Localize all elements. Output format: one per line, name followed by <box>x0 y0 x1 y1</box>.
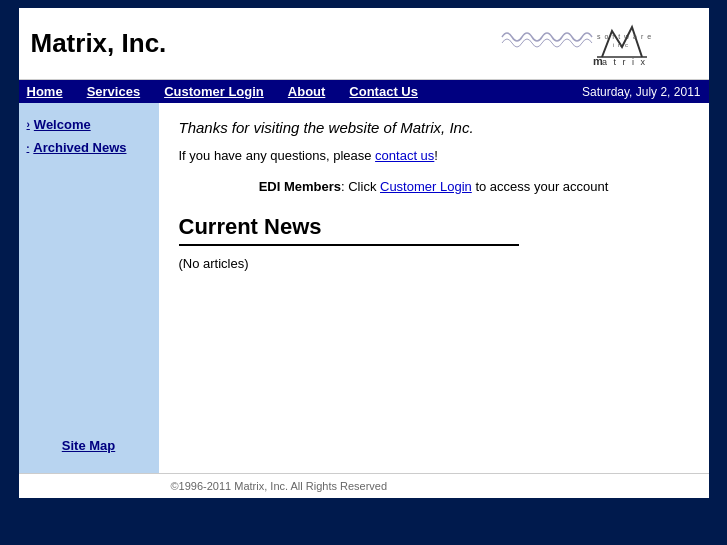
nav-home[interactable]: Home <box>27 84 63 99</box>
content-area: › Welcome · Archived News Site Map Thank… <box>19 103 709 473</box>
page-wrapper: Matrix, Inc. a t r i x m s o f t w a r e… <box>0 0 727 545</box>
sidebar-welcome-label: Welcome <box>34 117 91 132</box>
no-articles: (No articles) <box>179 256 689 271</box>
question-before: If you have any questions, please <box>179 148 376 163</box>
nav-date: Saturday, July 2, 2011 <box>582 85 701 99</box>
footer-sidebar-space <box>31 480 171 492</box>
contact-us-link[interactable]: contact us <box>375 148 434 163</box>
nav-about[interactable]: About <box>288 84 326 99</box>
edi-after: to access your account <box>472 179 609 194</box>
sidebar-item-archived-news[interactable]: · Archived News <box>27 138 151 157</box>
edi-middle: : Click <box>341 179 380 194</box>
svg-text:m: m <box>593 55 603 67</box>
site-title: Matrix, Inc. <box>31 28 167 59</box>
sidebar-top: › Welcome · Archived News <box>27 115 151 157</box>
welcome-text: Thanks for visiting the website of Matri… <box>179 119 689 136</box>
question-text: If you have any questions, please contac… <box>179 148 689 163</box>
svg-text:i n c: i n c <box>613 42 629 48</box>
sidebar-bottom: Site Map <box>27 438 151 461</box>
customer-login-link[interactable]: Customer Login <box>380 179 472 194</box>
edi-label: EDI Members <box>259 179 341 194</box>
edi-section: EDI Members: Click Customer Login to acc… <box>179 179 689 194</box>
nav-customer-login[interactable]: Customer Login <box>164 84 264 99</box>
svg-text:a t r i x: a t r i x <box>602 57 647 67</box>
bullet-icon: › <box>27 119 30 130</box>
logo-area: a t r i x m s o f t w a r e i n c <box>477 16 697 71</box>
news-divider <box>179 244 519 246</box>
sidebar: › Welcome · Archived News Site Map <box>19 103 159 473</box>
site-map-link[interactable]: Site Map <box>27 438 151 453</box>
footer: ©1996-2011 Matrix, Inc. All Rights Reser… <box>19 473 709 498</box>
main-content: Thanks for visiting the website of Matri… <box>159 103 709 473</box>
bullet-icon: · <box>27 142 30 153</box>
sidebar-archived-label: Archived News <box>33 140 126 155</box>
current-news-heading: Current News <box>179 214 689 240</box>
sidebar-item-welcome[interactable]: › Welcome <box>27 115 151 134</box>
header: Matrix, Inc. a t r i x m s o f t w a r e… <box>19 8 709 80</box>
svg-text:s o f t w a r e: s o f t w a r e <box>597 33 652 40</box>
logo-image: a t r i x m s o f t w a r e i n c <box>497 19 697 69</box>
nav-links: Home Services Customer Login About Conta… <box>27 84 418 99</box>
footer-copyright: ©1996-2011 Matrix, Inc. All Rights Reser… <box>171 480 388 492</box>
question-after: ! <box>434 148 438 163</box>
navbar: Home Services Customer Login About Conta… <box>19 80 709 103</box>
site-container: Matrix, Inc. a t r i x m s o f t w a r e… <box>19 8 709 498</box>
nav-contact-us[interactable]: Contact Us <box>349 84 418 99</box>
nav-services[interactable]: Services <box>87 84 141 99</box>
